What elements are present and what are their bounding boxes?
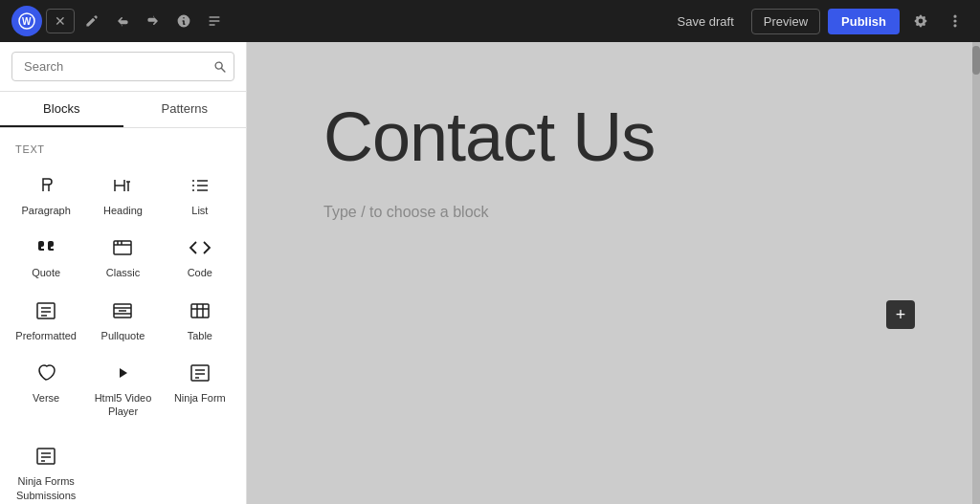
wp-logo-button[interactable]: W xyxy=(11,6,42,36)
editor-area[interactable]: Contact Us Type / to choose a block + xyxy=(247,42,972,504)
publish-button[interactable]: Publish xyxy=(828,9,900,34)
svg-rect-25 xyxy=(191,304,209,318)
svg-rect-34 xyxy=(37,449,55,464)
topbar-right: Save draft Preview Publish xyxy=(668,8,969,34)
code-icon xyxy=(189,234,212,261)
block-label-verse: Verse xyxy=(33,391,59,405)
ninjaformsub-icon xyxy=(34,443,57,470)
main-layout: Blocks Patterns TEXT Paragraph xyxy=(0,42,980,504)
block-label-list: List xyxy=(191,204,208,217)
add-block-button[interactable]: + xyxy=(886,300,915,329)
block-label-heading: Heading xyxy=(103,204,143,217)
list-icon xyxy=(189,172,212,199)
topbar-left: W ✕ xyxy=(11,6,228,36)
svg-rect-13 xyxy=(114,241,131,254)
block-item-ninjaformsub[interactable]: Ninja Forms Submissions xyxy=(8,433,84,504)
pullquote-icon xyxy=(111,297,134,324)
tab-patterns[interactable]: Patterns xyxy=(123,92,247,127)
sidebar: Blocks Patterns TEXT Paragraph xyxy=(0,42,247,504)
block-label-html5videoplayer: Html5 Video Player xyxy=(90,391,155,419)
block-placeholder[interactable]: Type / to choose a block xyxy=(323,204,896,221)
page-title[interactable]: Contact Us xyxy=(323,99,896,175)
verse-icon xyxy=(34,360,57,386)
preview-button[interactable]: Preview xyxy=(751,9,820,34)
block-item-ninjaform[interactable]: Ninja Form xyxy=(162,350,238,427)
close-button[interactable]: ✕ xyxy=(46,9,75,33)
block-label-pullquote: Pullquote xyxy=(101,329,145,342)
ninjaform-icon xyxy=(189,360,212,386)
tabs: Blocks Patterns xyxy=(0,92,246,128)
svg-text:W: W xyxy=(22,16,32,27)
block-item-list[interactable]: List xyxy=(162,163,238,225)
editor-scrollbar[interactable] xyxy=(972,42,980,504)
blocks-grid-other: Ninja Forms Submissions xyxy=(0,429,246,504)
section-label-text: TEXT xyxy=(0,136,246,159)
block-item-verse[interactable]: Verse xyxy=(8,350,84,427)
block-item-html5videoplayer[interactable]: Html5 Video Player xyxy=(84,350,161,427)
quote-icon xyxy=(34,234,57,261)
block-item-preformatted[interactable]: Preformatted xyxy=(8,288,84,350)
svg-rect-30 xyxy=(191,365,209,381)
block-label-ninjaform: Ninja Form xyxy=(174,391,226,405)
edit-button[interactable] xyxy=(78,8,105,34)
search-input[interactable] xyxy=(11,52,234,81)
block-item-table[interactable]: Table xyxy=(162,288,238,350)
block-label-table: Table xyxy=(188,329,212,342)
block-item-heading[interactable]: Heading xyxy=(84,163,161,225)
redo-button[interactable] xyxy=(140,8,167,34)
block-item-pullquote[interactable]: Pullquote xyxy=(84,288,161,350)
search-icon-button[interactable] xyxy=(213,60,227,74)
block-item-classic[interactable]: Classic xyxy=(84,225,161,287)
editor-canvas: Contact Us Type / to choose a block + xyxy=(247,42,972,504)
table-icon xyxy=(189,297,212,324)
editor-scrollbar-thumb xyxy=(972,46,980,75)
search-container xyxy=(0,42,246,92)
more-options-button[interactable] xyxy=(942,8,969,34)
list-view-button[interactable] xyxy=(201,8,228,34)
tab-blocks[interactable]: Blocks xyxy=(0,92,123,127)
block-label-classic: Classic xyxy=(106,266,140,279)
info-button[interactable] xyxy=(170,8,197,34)
block-item-paragraph[interactable]: Paragraph xyxy=(8,163,84,225)
block-label-preformatted: Preformatted xyxy=(15,329,77,342)
block-label-code: Code xyxy=(188,266,212,279)
save-draft-button[interactable]: Save draft xyxy=(668,9,744,34)
topbar: W ✕ Save draft Preview Publish xyxy=(0,0,980,42)
blocks-grid-text: Paragraph Heading xyxy=(0,159,246,429)
block-item-code[interactable]: Code xyxy=(162,225,238,287)
block-label-paragraph: Paragraph xyxy=(21,204,70,217)
block-label-quote: Quote xyxy=(32,266,60,279)
html5videoplayer-icon xyxy=(111,360,134,386)
settings-button[interactable] xyxy=(907,8,934,34)
undo-button[interactable] xyxy=(109,8,136,34)
preformatted-icon xyxy=(34,297,57,324)
block-list: TEXT Paragraph xyxy=(0,128,246,504)
classic-icon xyxy=(111,234,134,261)
search-icon xyxy=(213,60,227,74)
block-item-quote[interactable]: Quote xyxy=(8,225,84,287)
svg-marker-29 xyxy=(120,368,127,378)
block-label-ninjaformsub: Ninja Forms Submissions xyxy=(13,474,78,502)
paragraph-icon xyxy=(34,172,57,199)
heading-icon xyxy=(111,172,134,199)
